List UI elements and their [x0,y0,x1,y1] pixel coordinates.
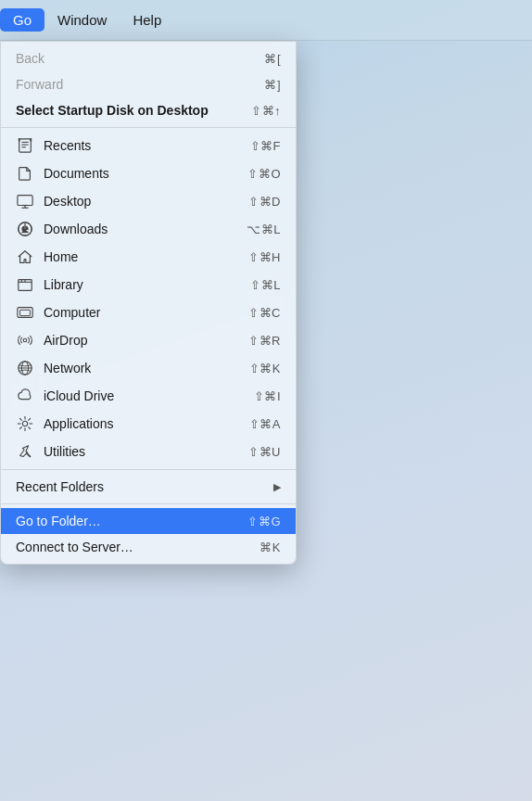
documents-icon [16,164,34,183]
separator-1 [1,127,296,128]
separator-3 [1,503,296,504]
airdrop-icon [16,331,34,350]
computer-icon [16,303,34,322]
menu-bar: Go Window Help [0,0,532,41]
menu-item-desktop[interactable]: Desktop ⇧⌘D [1,187,296,215]
menu-item-connect-server[interactable]: Connect to Server… ⌘K [1,534,296,560]
downloads-icon [16,220,34,238]
menu-item-applications[interactable]: Applications ⇧⌘A [1,410,296,438]
menu-item-documents[interactable]: Documents ⇧⌘O [1,159,296,187]
menu-item-home[interactable]: Home ⇧⌘H [1,243,296,271]
menu-item-back[interactable]: Back ⌘[ [1,45,296,71]
icloud-icon [16,387,34,405]
svg-line-28 [19,418,22,421]
menu-item-network[interactable]: Network ⇧⌘K [1,354,296,382]
go-menu-dropdown: Back ⌘[ Forward ⌘] Select Startup Disk o… [0,41,297,565]
recents-icon [16,136,34,155]
svg-line-31 [19,426,22,429]
svg-rect-6 [18,196,32,206]
svg-rect-4 [19,138,20,142]
menu-bar-window[interactable]: Window [44,8,120,32]
svg-line-29 [28,426,31,429]
network-icon [16,359,34,377]
separator-2 [1,469,296,470]
menu-item-startup-disk[interactable]: Select Startup Disk on Desktop ⇧⌘↑ [1,97,296,123]
home-icon [16,248,34,266]
menu-item-icloud[interactable]: iCloud Drive ⇧⌘I [1,382,296,410]
svg-point-19 [23,338,27,342]
menu-item-downloads[interactable]: Downloads ⌥⌘L [1,215,296,243]
svg-rect-18 [20,310,31,315]
menu-bar-help[interactable]: Help [120,8,174,32]
svg-line-30 [28,418,31,421]
library-icon [16,275,34,294]
svg-rect-5 [30,138,32,142]
utilities-icon [16,442,34,461]
svg-point-23 [22,421,27,426]
menu-item-library[interactable]: Library ⇧⌘L [1,271,296,299]
desktop-icon [16,192,34,210]
menu-item-utilities[interactable]: Utilities ⇧⌘U [1,438,296,465]
menu-item-airdrop[interactable]: AirDrop ⇧⌘R [1,326,296,354]
applications-icon [16,414,34,433]
menu-item-goto-folder[interactable]: Go to Folder… ⇧⌘G [1,508,296,534]
menu-item-recent-folders[interactable]: Recent Folders ▶ [1,474,296,500]
menu-bar-go[interactable]: Go [0,8,44,32]
svg-rect-0 [19,139,32,152]
menu-item-forward[interactable]: Forward ⌘] [1,71,296,97]
menu-item-computer[interactable]: Computer ⇧⌘C [1,299,296,326]
menu-item-recents[interactable]: Recents ⇧⌘F [1,132,296,159]
